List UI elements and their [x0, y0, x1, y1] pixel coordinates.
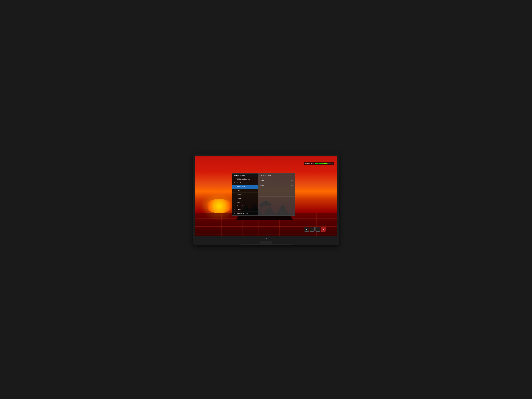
monitor-stand-base [241, 244, 291, 245]
monitor-bezel: DELL [195, 236, 337, 241]
screen-content: Energy Use [195, 156, 337, 235]
palm-silhouette [195, 200, 337, 220]
monitor-stand-neck [260, 241, 272, 244]
svg-rect-12 [269, 204, 269, 215]
svg-rect-4 [261, 205, 262, 215]
dell-logo: DELL [263, 237, 269, 239]
svg-rect-8 [265, 203, 266, 215]
monitor: Energy Use [193, 154, 339, 245]
monitor-screen: Energy Use [195, 156, 337, 235]
svg-marker-3 [272, 204, 292, 220]
